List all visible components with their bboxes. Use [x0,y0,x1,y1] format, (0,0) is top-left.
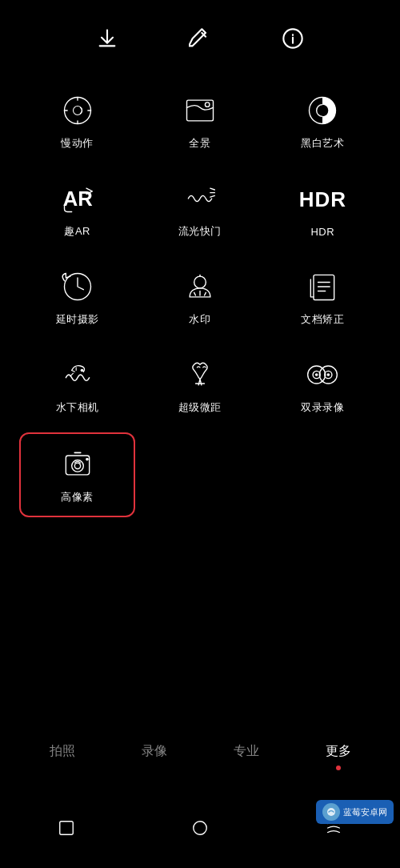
doc-correction-icon [303,267,342,306]
bottom-nav: 拍照 录像 专业 更多 [0,731,400,772]
high-pixel-icon [58,445,97,484]
svg-rect-22 [60,822,74,835]
mode-bw-art[interactable]: 黑白艺术 [262,77,384,165]
ar-icon: AR [58,179,97,218]
underwater-label: 水下相机 [56,400,99,415]
light-painting-label: 流光快门 [178,224,222,239]
svg-point-17 [327,373,330,376]
doc-correction-label: 文档矫正 [301,312,344,327]
timelapse-label: 延时摄影 [56,312,99,327]
watermark-icon [181,267,219,306]
hdr-icon: HDR [303,181,342,219]
svg-point-4 [205,102,210,107]
dual-view-label: 双录录像 [301,400,344,415]
mode-slow-motion[interactable]: 慢动作 [16,77,138,165]
nav-more[interactable]: 更多 [314,739,363,764]
slow-motion-icon [58,91,97,130]
back-button[interactable] [50,812,82,844]
mode-watermark[interactable]: 水印 [138,253,261,341]
super-macro-label: 超级微距 [178,400,222,415]
mode-super-macro[interactable]: 超级微距 [138,341,261,429]
mode-doc-correction[interactable]: 文档矫正 [262,253,384,341]
svg-point-21 [86,458,89,461]
mode-timelapse[interactable]: 延时摄影 [16,253,138,341]
watermark-label: 水印 [189,312,210,327]
mode-ar[interactable]: AR 趣AR [16,165,138,253]
timelapse-icon [58,267,97,306]
bw-art-icon [303,91,342,130]
svg-point-23 [194,822,207,835]
info-button[interactable] [278,24,307,53]
bw-art-label: 黑白艺术 [301,136,344,151]
nav-video-label: 录像 [142,743,167,760]
underwater-icon [58,356,97,394]
nav-pro[interactable]: 专业 [222,739,271,764]
mode-light-painting[interactable]: 流光快门 [138,165,261,253]
mode-dual-view[interactable]: 双录录像 [262,341,384,429]
mode-hdr[interactable]: HDR HDR [262,165,384,253]
nav-photo[interactable]: 拍照 [38,739,87,764]
svg-point-16 [315,373,318,376]
super-macro-icon [181,356,219,394]
svg-text:AR: AR [62,187,92,210]
ar-label: 趣AR [64,224,90,239]
nav-video[interactable]: 录像 [130,739,179,764]
mode-underwater[interactable]: 水下相机 [16,341,138,429]
nav-photo-label: 拍照 [50,743,75,760]
mode-panorama[interactable]: 全景 [138,77,261,165]
svg-point-11 [80,369,83,372]
svg-rect-10 [314,275,334,299]
modes-grid: 慢动作 全景 黑白艺术 AR [0,69,400,528]
home-button[interactable] [184,812,216,844]
panorama-icon [181,91,219,130]
nav-pro-label: 专业 [234,743,259,760]
hdr-label: HDR [310,226,334,238]
svg-point-20 [74,463,80,468]
high-pixel-label: 高像素 [61,490,94,504]
slow-motion-label: 慢动作 [61,136,94,151]
mode-high-pixel[interactable]: 高像素 [19,432,135,517]
nav-more-dot [336,766,341,770]
panorama-label: 全景 [189,136,210,151]
light-painting-icon [181,179,219,218]
watermark-text: 蓝莓安卓网 [343,806,387,818]
dual-view-icon [303,356,342,394]
svg-point-9 [194,276,206,288]
watermark-badge: 蓝莓安卓网 [316,800,394,824]
edit-button[interactable] [186,24,214,53]
top-toolbar [0,0,400,69]
nav-more-label: 更多 [326,743,351,760]
download-button[interactable] [93,24,122,53]
watermark-logo [322,803,340,821]
svg-point-1 [64,98,90,124]
